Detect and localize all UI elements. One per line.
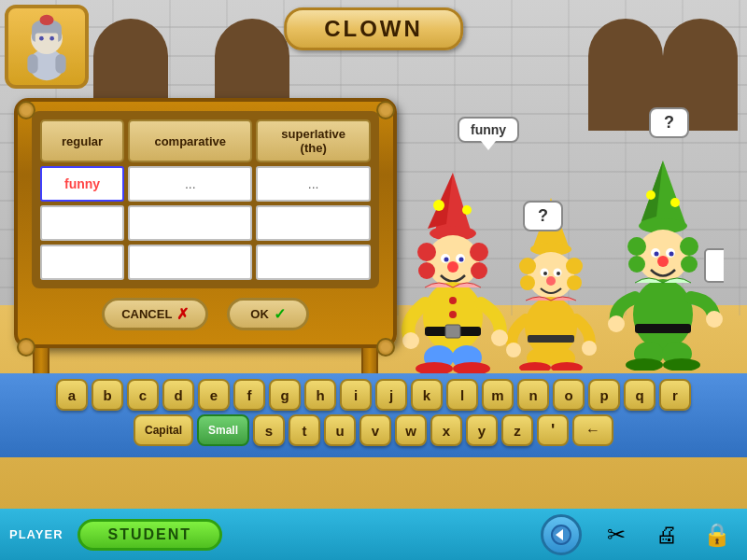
scissors-icon[interactable]: ✂ <box>596 517 637 553</box>
key-n[interactable]: n <box>517 379 549 411</box>
cell-regular-1[interactable]: funny <box>40 166 124 202</box>
keyboard-row-1: a b c d e f g h i j k l m n o p q r <box>9 379 738 411</box>
key-u[interactable]: u <box>324 414 356 446</box>
lock-icon[interactable]: 🔒 <box>697 517 738 553</box>
key-j[interactable]: j <box>375 379 407 411</box>
key-a[interactable]: a <box>56 379 88 411</box>
svg-point-62 <box>627 237 646 256</box>
svg-point-17 <box>470 243 488 261</box>
key-s[interactable]: s <box>253 414 285 446</box>
key-e[interactable]: e <box>198 379 230 411</box>
key-r[interactable]: r <box>659 379 691 411</box>
key-y[interactable]: y <box>466 414 498 446</box>
svg-point-29 <box>449 311 457 318</box>
key-z[interactable]: z <box>501 414 533 446</box>
table-area: regular comparative superlative(the) fun… <box>14 98 397 399</box>
cell-comparative-1[interactable]: ... <box>128 166 252 202</box>
key-apostrophe[interactable]: ' <box>537 414 569 446</box>
svg-point-39 <box>519 258 536 274</box>
svg-point-55 <box>582 341 597 356</box>
key-o[interactable]: o <box>553 379 585 411</box>
svg-point-41 <box>520 275 535 290</box>
cell-comparative-2[interactable] <box>128 205 252 241</box>
svg-point-70 <box>657 256 669 267</box>
back-arrow-icon <box>551 525 571 545</box>
ok-button[interactable]: OK ✓ <box>227 298 309 330</box>
student-badge: STUDENT <box>78 519 223 551</box>
rope-corner-br <box>376 338 395 357</box>
col-superlative: superlative(the) <box>256 119 371 162</box>
key-w[interactable]: w <box>395 414 427 446</box>
game-area: CLOWN <box>0 0 747 509</box>
svg-rect-72 <box>635 324 691 333</box>
key-p[interactable]: p <box>588 379 620 411</box>
svg-point-35 <box>491 329 508 346</box>
svg-point-47 <box>546 276 556 286</box>
svg-point-45 <box>543 272 547 275</box>
svg-point-6 <box>49 35 54 40</box>
player-label: PLAYER <box>9 527 63 541</box>
cell-comparative-3[interactable] <box>128 245 252 280</box>
table-row-1: funny ... ... <box>40 166 371 202</box>
svg-point-22 <box>444 258 449 262</box>
svg-point-34 <box>402 332 419 349</box>
svg-rect-27 <box>445 325 460 338</box>
svg-point-38 <box>528 252 574 299</box>
table-frame: regular comparative superlative(the) fun… <box>14 98 397 348</box>
svg-point-71 <box>633 279 693 350</box>
svg-rect-49 <box>528 335 574 343</box>
bubble-funny: funny <box>458 117 519 143</box>
key-m[interactable]: m <box>482 379 514 411</box>
cell-regular-2[interactable] <box>40 205 124 241</box>
key-f[interactable]: f <box>233 379 265 411</box>
svg-point-68 <box>655 252 659 257</box>
svg-point-60 <box>670 198 680 207</box>
check-icon: ✓ <box>274 305 286 323</box>
key-t[interactable]: t <box>289 414 320 446</box>
key-g[interactable]: g <box>269 379 301 411</box>
cell-superlative-3[interactable] <box>256 245 371 280</box>
svg-point-63 <box>680 237 698 256</box>
key-l[interactable]: l <box>446 379 478 411</box>
col-regular: regular <box>40 119 124 162</box>
cell-superlative-2[interactable] <box>256 205 371 241</box>
cancel-button[interactable]: CANCEL ✗ <box>102 298 208 330</box>
svg-point-19 <box>471 262 487 279</box>
nav-back-button[interactable] <box>541 514 582 555</box>
cell-regular-3[interactable] <box>40 245 124 280</box>
svg-rect-79 <box>705 249 724 282</box>
cell-superlative-1[interactable]: ... <box>256 166 371 202</box>
backspace-button[interactable]: ← <box>572 414 613 446</box>
clown-red <box>392 168 514 373</box>
rope-corner-tr <box>376 101 395 119</box>
knight-icon <box>14 12 79 82</box>
svg-point-77 <box>608 315 625 332</box>
table-row-3 <box>40 245 371 280</box>
clown-green <box>602 156 724 371</box>
printer-icon[interactable]: 🖨 <box>646 517 687 553</box>
svg-point-7 <box>40 14 54 24</box>
svg-point-78 <box>706 311 723 328</box>
key-c[interactable]: c <box>127 379 159 411</box>
svg-point-48 <box>525 297 577 357</box>
title-banner: CLOWN <box>284 7 463 50</box>
rope-corner-tl <box>17 101 35 119</box>
action-buttons: CANCEL ✗ OK ✓ <box>32 298 379 330</box>
key-q[interactable]: q <box>624 379 655 411</box>
key-v[interactable]: v <box>359 414 391 446</box>
svg-rect-8 <box>27 54 37 74</box>
key-i[interactable]: i <box>340 379 372 411</box>
svg-point-42 <box>567 275 582 290</box>
key-x[interactable]: x <box>430 414 462 446</box>
rope-corner-bl <box>17 338 35 357</box>
key-k[interactable]: k <box>411 379 443 411</box>
small-button[interactable]: Small <box>197 414 249 446</box>
key-b[interactable]: b <box>92 379 123 411</box>
keyboard-row-2: Capital Small s t u v w x y z ' ← <box>9 414 738 446</box>
bubble-q1: ? <box>523 201 563 231</box>
key-h[interactable]: h <box>304 379 336 411</box>
bubble-q2: ? <box>649 107 689 138</box>
key-d[interactable]: d <box>162 379 194 411</box>
svg-point-24 <box>447 261 458 273</box>
capital-button[interactable]: Capital <box>134 414 193 446</box>
